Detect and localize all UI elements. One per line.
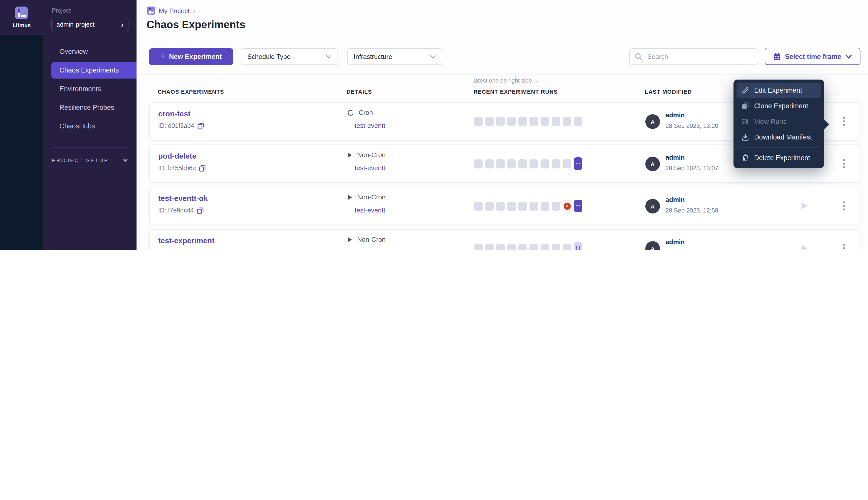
experiment-name-link[interactable]: test-experiment	[158, 236, 214, 245]
search-input[interactable]	[646, 52, 753, 61]
new-experiment-button[interactable]: + New Experiment	[149, 48, 233, 65]
run-pill-empty	[507, 159, 516, 168]
experiment-name-link[interactable]: cron-test	[158, 109, 190, 118]
modified-date: 28 Sep 2023, 12:40	[665, 249, 718, 250]
plus-icon: +	[160, 52, 166, 61]
schedule-type-value: Non-Cron	[357, 193, 386, 201]
run-pill-empty	[541, 117, 549, 126]
infrastructure-link[interactable]: test-eventt	[355, 122, 385, 129]
infrastructure-value: Infrastructure	[354, 53, 392, 60]
run-pill-empty	[485, 202, 494, 211]
infrastructure-link[interactable]: test-eventt	[355, 206, 385, 214]
main-content: My Project › Chaos Experiments + New Exp…	[136, 0, 868, 250]
run-pill-empty	[541, 159, 549, 168]
row-menu-kebab-icon[interactable]	[839, 114, 849, 128]
run-pill-empty	[563, 244, 571, 250]
run-pill-empty	[552, 117, 560, 126]
recent-run-pills: ✕•••	[474, 200, 582, 212]
sidebar-item-chaoshubs[interactable]: ChaosHubs	[43, 118, 136, 134]
run-pill-paused[interactable]	[574, 242, 582, 250]
experiment-name-link[interactable]: test-eventt-ok	[158, 194, 208, 202]
play-icon	[801, 202, 808, 209]
sidebar-item-overview[interactable]: Overview	[43, 43, 136, 60]
sidebar-divider	[52, 147, 128, 148]
schedule-type-select[interactable]: Schedule Type	[241, 48, 338, 65]
modified-by-user: admin	[665, 111, 685, 119]
edit-icon	[741, 86, 749, 94]
copy-icon[interactable]	[198, 250, 204, 250]
select-time-frame-button[interactable]: Select time frame	[765, 48, 860, 65]
breadcrumb-my-project[interactable]: My Project	[159, 7, 190, 14]
menu-item-download-manifest[interactable]: Download Manifest	[736, 129, 821, 145]
modified-by-user: admin	[665, 154, 685, 161]
infrastructure-link[interactable]: test-eventt	[355, 249, 385, 250]
row-menu-kebab-icon[interactable]	[839, 199, 849, 213]
run-pill-running[interactable]: •••	[574, 157, 582, 170]
run-pill-failed[interactable]: ✕	[563, 200, 571, 212]
icon-rail: Litmus A ADMIN	[0, 0, 43, 250]
schedule-type-value: Cron	[359, 109, 373, 116]
run-pill-empty	[552, 244, 560, 250]
run-pill-empty	[529, 159, 538, 168]
recent-run-pills: •••	[474, 157, 582, 170]
run-experiment-button[interactable]	[799, 242, 811, 250]
modified-date: 28 Sep 2023, 12:58	[665, 207, 718, 214]
chevron-right-icon: ›	[121, 21, 123, 28]
run-pill-empty	[474, 244, 483, 250]
run-pill-empty	[529, 117, 538, 126]
page-title: Chaos Experiments	[147, 19, 245, 31]
modified-date: 28 Sep 2023, 13:07	[665, 164, 718, 172]
avatar: A	[645, 241, 660, 250]
menu-item-delete-experiment[interactable]: Delete Experiment	[736, 150, 821, 165]
avatar: A	[645, 157, 660, 171]
row-menu-kebab-icon[interactable]	[839, 241, 849, 250]
run-pill-empty	[507, 117, 516, 126]
app-root: Litmus A ADMIN Project admin-project › O…	[0, 0, 868, 250]
project-setup-toggle[interactable]: PROJECT SETUP	[52, 157, 128, 163]
run-pill-empty	[529, 202, 538, 211]
experiment-name-link[interactable]: pod-delete	[158, 151, 196, 160]
table-row: test-eventt-ok ID: f7e9dc44 Non-Cron tes…	[149, 187, 860, 225]
row-menu-kebab-icon[interactable]	[839, 157, 849, 171]
context-menu-arrow	[824, 119, 829, 130]
sidebar-nav: Overview Chaos Experiments Environments …	[43, 41, 136, 136]
run-pill-empty	[507, 202, 516, 211]
chevron-down-icon	[326, 55, 331, 58]
select-time-frame-label: Select time frame	[785, 53, 841, 60]
infrastructure-select[interactable]: Infrastructure	[347, 48, 442, 65]
table-row: test-experiment ID: c4b8c51c Non-Cron te…	[149, 229, 860, 250]
copy-icon[interactable]	[197, 207, 204, 214]
recent-run-pills	[474, 242, 582, 250]
sidebar-item-chaos-experiments[interactable]: Chaos Experiments	[52, 62, 136, 79]
menu-item-clone-experiment[interactable]: Clone Experiment	[736, 98, 821, 113]
brand-label: Litmus	[0, 22, 43, 28]
run-pill-empty	[552, 159, 560, 168]
run-pill-empty	[541, 244, 549, 250]
run-experiment-button[interactable]	[799, 200, 811, 212]
menu-item-view-runs: View Runs	[736, 114, 821, 129]
run-pill-empty	[474, 202, 483, 211]
copy-icon[interactable]	[199, 165, 205, 171]
download-icon	[741, 133, 749, 141]
menu-item-edit-experiment[interactable]: Edit Experiment	[736, 82, 821, 98]
sidebar-item-environments[interactable]: Environments	[43, 81, 136, 97]
run-pill-empty	[507, 244, 516, 250]
copy-icon[interactable]	[197, 123, 204, 129]
column-header-last-modified: LAST MODIFIED	[645, 89, 692, 95]
run-pill-empty	[474, 159, 483, 168]
chevron-down-icon	[123, 158, 128, 163]
run-pill-empty	[485, 159, 494, 168]
menu-divider	[739, 147, 819, 148]
litmus-logo-icon[interactable]	[15, 7, 28, 19]
project-selector[interactable]: admin-project ›	[52, 18, 128, 31]
avatar: A	[645, 199, 660, 214]
sidebar: Project admin-project › Overview Chaos E…	[43, 0, 136, 250]
infrastructure-link[interactable]: test-eventt	[355, 164, 385, 172]
run-pill-empty	[496, 202, 505, 211]
sidebar-item-resilience-probes[interactable]: Resilience Probes	[43, 99, 136, 116]
breadcrumb: My Project ›	[147, 7, 195, 15]
column-header-chaos-experiments: CHAOS EXPERIMENTS	[158, 89, 224, 95]
run-pill-empty	[485, 117, 494, 126]
run-pill-running[interactable]: •••	[574, 200, 582, 212]
experiment-id: ID: b455bb6e	[158, 164, 196, 172]
